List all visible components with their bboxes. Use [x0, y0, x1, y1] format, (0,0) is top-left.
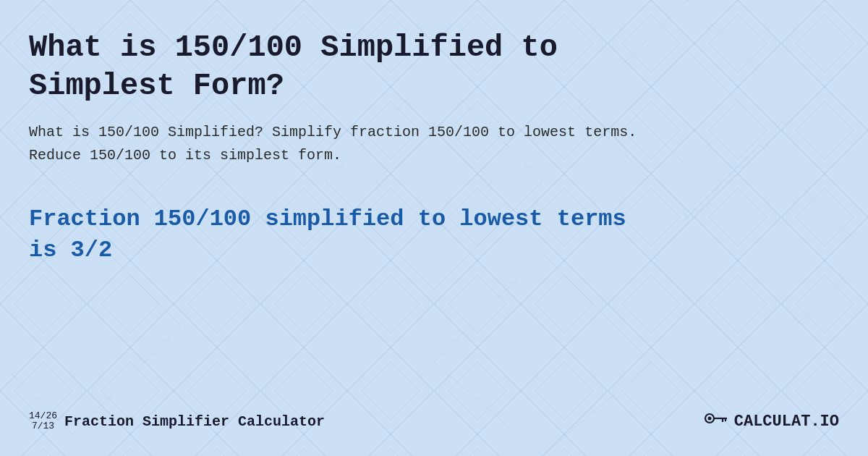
fraction-top: 14/26 — [29, 411, 57, 421]
page-content: What is 150/100 Simplified to Simplest F… — [0, 0, 868, 456]
description-text: What is 150/100 Simplified? Simplify fra… — [29, 121, 651, 167]
footer-left: 14/26 7/13 Fraction Simplifier Calculato… — [29, 411, 325, 432]
logo-text: CALCULAT.IO — [734, 413, 839, 431]
result-section: Fraction 150/100 simplified to lowest te… — [29, 203, 839, 401]
result-text: Fraction 150/100 simplified to lowest te… — [29, 203, 651, 266]
logo-icon — [704, 408, 730, 434]
footer: 14/26 7/13 Fraction Simplifier Calculato… — [29, 401, 839, 434]
fraction-display: 14/26 7/13 — [29, 411, 57, 432]
fraction-bottom: 7/13 — [32, 421, 54, 431]
brand-label: Fraction Simplifier Calculator — [64, 413, 325, 430]
svg-point-17 — [707, 417, 711, 421]
page-title: What is 150/100 Simplified to Simplest F… — [29, 29, 680, 105]
logo-area: CALCULAT.IO — [704, 408, 839, 434]
